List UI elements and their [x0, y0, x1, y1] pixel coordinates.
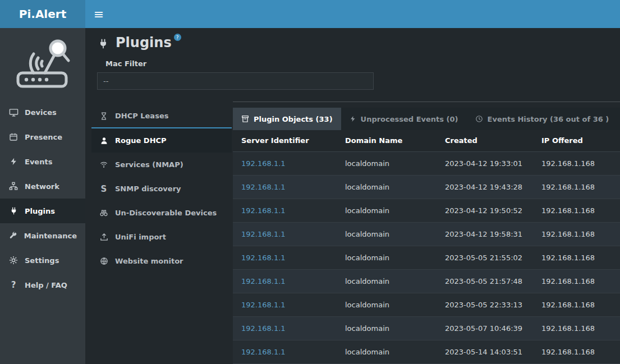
plugin-list-item-services-nmap[interactable]: Services (NMAP) [91, 153, 232, 177]
ip-cell: 192.168.1.168 [533, 340, 620, 363]
server-identifier-link[interactable]: 192.168.1.1 [241, 348, 286, 356]
domain-cell: localdomain [337, 175, 437, 199]
domain-cell: localdomain [337, 151, 437, 175]
server-identifier-link[interactable]: 192.168.1.1 [241, 230, 286, 238]
sidebar-item-events[interactable]: Events [0, 149, 85, 174]
bolt-icon [350, 115, 356, 123]
wrench-icon [8, 231, 18, 240]
plugin-list-item-dhcp-leases[interactable]: DHCP Leases [91, 104, 232, 128]
tab-plugin-objects[interactable]: Plugin Objects (33) [233, 108, 341, 130]
plugin-detail-pane: Plugin Objects (33) Unprocessed Events (… [233, 102, 620, 364]
ip-cell: 192.168.1.168 [533, 316, 620, 340]
sidebar-item-settings[interactable]: Settings [0, 248, 85, 273]
column-header-server-identifier: Server Identifier [233, 130, 337, 151]
ip-cell: 192.168.1.168 [533, 293, 620, 316]
page-title: Plugins [116, 35, 172, 50]
plug-icon [8, 206, 19, 215]
signal-icon [99, 160, 109, 169]
table-row: 192.168.1.1 localdomain 2023-04-12 19:43… [233, 175, 620, 199]
sidebar-item-network[interactable]: Network [0, 174, 85, 199]
table-row: 192.168.1.1 localdomain 2023-04-12 19:50… [233, 199, 620, 222]
domain-cell: localdomain [337, 222, 437, 246]
mac-filter-label: Mac Filter [105, 59, 146, 68]
plug-icon [98, 38, 109, 50]
plugins-body: DHCP Leases Rogue DHCP Services (NMAP) S… [85, 102, 620, 364]
created-cell: 2023-04-12 19:43:28 [437, 175, 533, 199]
sidebar-nav: Devices Presence Events Network Plugins [0, 100, 85, 297]
sidebar-item-presence[interactable]: Presence [0, 125, 85, 149]
bolt-icon [8, 157, 19, 166]
plugin-list-item-rogue-dhcp[interactable]: Rogue DHCP [91, 128, 232, 153]
server-identifier-link[interactable]: 192.168.1.1 [241, 183, 286, 191]
hourglass-icon [99, 112, 109, 121]
devices-icon [8, 108, 19, 117]
mac-filter-select[interactable]: -- [97, 72, 374, 90]
hamburger-icon[interactable]: ≡ [85, 0, 112, 28]
plugin-list-item-snmp-discovery[interactable]: S SNMP discovery [91, 177, 232, 201]
gear-icon [8, 256, 19, 265]
ip-cell: 192.168.1.168 [533, 269, 620, 293]
brand-logo[interactable]: Pi.Alert [0, 0, 85, 28]
ip-cell: 192.168.1.168 [533, 151, 620, 175]
plugin-list-item-undiscoverable-devices[interactable]: Un-Discoverable Devices [91, 201, 232, 225]
table-row: 192.168.1.1 localdomain 2023-04-12 19:58… [233, 222, 620, 246]
plugin-list-item-label: SNMP discovery [115, 185, 181, 193]
created-cell: 2023-05-05 21:57:48 [437, 269, 533, 293]
plugin-list-item-website-monitor[interactable]: Website monitor [91, 249, 232, 273]
table-row: 192.168.1.1 localdomain 2023-05-05 21:57… [233, 269, 620, 293]
plugin-objects-table-body: 192.168.1.1 localdomain 2023-04-12 19:33… [233, 151, 620, 363]
sidebar-item-label: Presence [25, 133, 62, 141]
ip-cell: 192.168.1.168 [533, 222, 620, 246]
sidebar-item-label: Events [25, 158, 52, 166]
sidebar: Devices Presence Events Network Plugins [0, 28, 85, 364]
ip-cell: 192.168.1.168 [533, 175, 620, 199]
domain-cell: localdomain [337, 316, 437, 340]
table-row: 192.168.1.1 localdomain 2023-05-05 21:55… [233, 246, 620, 269]
tab-events-history[interactable]: Events History (36 out of 36 ) [467, 108, 618, 130]
created-cell: 2023-05-05 21:55:02 [437, 246, 533, 269]
sidebar-item-label: Maintenance [24, 232, 77, 240]
table-row: 192.168.1.1 localdomain 2023-05-07 10:46… [233, 316, 620, 340]
tab-label: Events History (36 out of 36 ) [488, 115, 609, 123]
binoculars-icon [99, 209, 109, 217]
created-cell: 2023-04-12 19:58:31 [437, 222, 533, 246]
domain-cell: localdomain [337, 293, 437, 316]
server-identifier-link[interactable]: 192.168.1.1 [241, 206, 286, 215]
created-cell: 2023-04-12 19:33:01 [437, 151, 533, 175]
server-identifier-link[interactable]: 192.168.1.1 [241, 254, 286, 262]
plugin-list-item-label: Website monitor [115, 257, 183, 265]
domain-cell: localdomain [337, 340, 437, 363]
table-row: 192.168.1.1 localdomain 2023-05-05 22:33… [233, 293, 620, 316]
sidebar-item-plugins[interactable]: Plugins [0, 199, 85, 223]
upload-icon [99, 233, 109, 241]
server-identifier-link[interactable]: 192.168.1.1 [241, 277, 286, 285]
main-content: Plugins ? Mac Filter -- DHCP Leases Rogu… [85, 28, 620, 364]
globe-icon [99, 257, 109, 265]
plugin-list-item-label: UniFi import [115, 233, 166, 241]
box-icon [241, 115, 249, 123]
sidebar-item-label: Devices [25, 108, 57, 117]
top-bar: Pi.Alert ≡ [0, 0, 620, 28]
tab-unprocessed-events[interactable]: Unprocessed Events (0) [341, 108, 467, 130]
tab-label: Plugin Objects (33) [254, 115, 333, 123]
ip-cell: 192.168.1.168 [533, 246, 620, 269]
sidebar-item-devices[interactable]: Devices [0, 100, 85, 125]
sidebar-item-help-faq[interactable]: ? Help / FAQ [0, 273, 85, 297]
sidebar-item-label: Settings [25, 256, 59, 265]
sidebar-item-maintenance[interactable]: Maintenance [0, 223, 85, 248]
created-cell: 2023-05-07 10:46:39 [437, 316, 533, 340]
tab-strip: Plugin Objects (33) Unprocessed Events (… [233, 108, 620, 130]
column-header-domain-name: Domain Name [337, 130, 437, 151]
column-header-ip-offered: IP Offered [533, 130, 620, 151]
plugin-list-item-label: Un-Discoverable Devices [115, 209, 217, 217]
table-row: 192.168.1.1 localdomain 2023-04-12 19:33… [233, 151, 620, 175]
created-cell: 2023-05-05 22:33:13 [437, 293, 533, 316]
server-identifier-link[interactable]: 192.168.1.1 [241, 159, 286, 168]
server-identifier-link[interactable]: 192.168.1.1 [241, 301, 286, 309]
page-header: Plugins ? [98, 35, 181, 50]
server-identifier-link[interactable]: 192.168.1.1 [241, 324, 286, 333]
pialert-router-logo [0, 28, 85, 92]
sidebar-item-label: Network [25, 182, 59, 191]
info-badge[interactable]: ? [174, 34, 181, 41]
plugin-list-item-unifi-import[interactable]: UniFi import [91, 225, 232, 249]
